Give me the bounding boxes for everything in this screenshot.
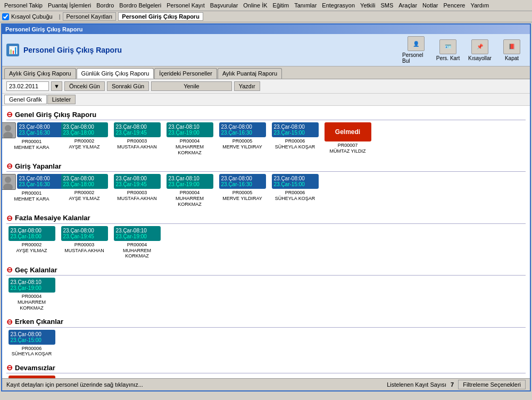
list-item: 23.Çar-08:00 23.Çar-18:00 PR00002 AYŞE Y… [59, 174, 110, 207]
person-card-block[interactable]: 23.Çar-08:00 23.Çar-19:45 [61, 226, 108, 241]
card-person-name: PR00001 MEHMET KARA [14, 139, 49, 151]
menu-basvurular[interactable]: Başvurular [208, 1, 240, 10]
person-card-block[interactable]: 23.Çar-08:00 23.Çar-18:00 [61, 122, 108, 137]
person-card-block[interactable]: 23.Çar-08:10 23.Çar-19:00 [114, 226, 161, 241]
menu-notlar[interactable]: Notlar [420, 1, 440, 10]
menu-bordro[interactable]: Bordro [94, 1, 116, 10]
tab-aylik-puantaj[interactable]: Aylık Puantaj Raporu [218, 68, 282, 79]
person-card-block[interactable]: 23.Çar-08:00 23.Çar-16:30 [219, 122, 266, 137]
calendar-button[interactable]: ▼ [51, 81, 62, 91]
prev-day-button[interactable]: Önceki Gün [64, 81, 105, 91]
menu-personel-kayit[interactable]: Personel Kayıt [164, 1, 207, 10]
svg-point-0 [5, 125, 11, 131]
card-person-name: PR00004 MUHARREM KORKMAZ [164, 138, 215, 155]
kisayollar-button[interactable]: 📌 Kısayollar [466, 39, 494, 61]
menu-sms[interactable]: SMS [378, 1, 395, 10]
report-icon: 📊 [6, 44, 19, 56]
window-content: 📊 Personel Giriş Çıkış Raporu 👤 Personel… [2, 34, 530, 390]
card-time-top: 23.Çar-08:10 [116, 228, 159, 234]
card-time-top: 23.Çar-08:00 [19, 176, 62, 181]
minus-icon-fazla[interactable]: ⊖ [6, 214, 13, 222]
scroll-content[interactable]: ⊖ Genel Giriş Çıkış Raporu 23.Çar-08:00 … [2, 106, 530, 378]
person-card-block[interactable]: 23.Çar-08:10 23.Çar-19:00 [9, 278, 55, 293]
yazdir-button[interactable]: Yazdır [234, 81, 260, 91]
card-person-name: PR00005 MERVE YILDIRAY [222, 138, 262, 150]
menu-araclar[interactable]: Araçlar [396, 1, 419, 10]
menu-yardim[interactable]: Yardım [468, 1, 491, 10]
person-card-block[interactable]: 23.Çar-08:00 23.Çar-16:30 [219, 174, 266, 189]
section-giris-label: Giriş Yapanlar [15, 162, 61, 170]
minus-icon-giris[interactable]: ⊖ [6, 162, 13, 170]
menu-personel-takip[interactable]: Personel Takip [2, 1, 45, 10]
person-card-block[interactable]: 23.Çar-08:00 23.Çar-16:30 [17, 122, 64, 137]
minus-icon-devamsiz[interactable]: ⊖ [6, 363, 13, 372]
main-window: Personel Giriş Çıkış Raporu 📊 Personel G… [1, 23, 531, 391]
date-input[interactable] [6, 81, 49, 91]
menu-entegrasyon[interactable]: Entegrasyon [320, 1, 357, 10]
card-time-bot: 23.Çar-18:00 [11, 234, 53, 239]
personel-bul-button[interactable]: 👤 Personel Bul [402, 36, 430, 64]
card-time-bot: 23.Çar-19:00 [116, 234, 159, 239]
kisayol-checkbox[interactable] [2, 13, 9, 20]
pers-kart-button[interactable]: 🪪 Pers. Kart [434, 39, 462, 61]
tab-gunluk-giris-cikis[interactable]: Günlük Giriş Çıkış Raporu [77, 68, 154, 79]
tab-personel-giris-cikis[interactable]: Personel Giriş Çıkış Raporu [118, 12, 203, 21]
card-time-top: 23.Çar-08:00 [274, 124, 317, 130]
person-card-block[interactable]: 23.Çar-08:00 23.Çar-18:00 [61, 174, 108, 189]
card-time-top: 23.Çar-08:00 [274, 176, 317, 181]
card-person-name: PR00006 SÜHEYLA KOŞAR [275, 190, 315, 202]
section-fazla-title: ⊖ Fazla Mesaiye Kalanlar [6, 214, 526, 224]
tab-aylik-giris-cikis[interactable]: Aylık Giriş Çıkış Raporu [4, 68, 76, 79]
person-card-block[interactable]: 23.Çar-08:00 23.Çar-15:00 [272, 174, 319, 189]
menu-puantaj[interactable]: Puantaj İşlemleri [46, 1, 93, 10]
card-time-bot: 23.Çar-19:45 [116, 130, 159, 136]
card-time-top: 23.Çar-08:00 [116, 124, 159, 130]
next-day-button[interactable]: Sonraki Gün [107, 81, 149, 91]
card-time-bot: 23.Çar-18:00 [63, 130, 106, 136]
person-card-block[interactable]: 23.Çar-08:10 23.Çar-19:00 [167, 122, 213, 137]
minus-icon-gec[interactable]: ⊖ [6, 265, 13, 274]
card-person-name: PR00007 MÜMTAZ YILDIZ [329, 143, 365, 154]
menu-egitim[interactable]: Eğitim [271, 1, 292, 10]
card-with-avatar: 23.Çar-08:00 23.Çar-16:30 [2, 174, 64, 190]
tab-listeler[interactable]: Listeler [47, 95, 76, 104]
card-person-name: PR00002 AYŞE YILMAZ [69, 138, 99, 150]
person-card-block[interactable]: 23.Çar-08:00 23.Çar-19:45 [114, 122, 161, 137]
menu-tanimlar[interactable]: Tanımlar [292, 1, 319, 10]
kapat-button[interactable]: 📕 Kapat [498, 39, 526, 61]
person-card-block[interactable]: 23.Çar-08:00 23.Çar-15:00 [9, 330, 55, 345]
card-person-name: PR00003 MUSTAFA AKHAN [117, 138, 156, 150]
section-genel-label: Genel Giriş Çıkış Raporu [15, 111, 96, 119]
person-card-gelmedi[interactable]: Gelmedi [325, 122, 371, 141]
person-card-block[interactable]: 23.Çar-08:00 23.Çar-18:00 [9, 226, 55, 241]
list-item: 23.Çar-08:00 23.Çar-16:30 PR00001 MEHMET… [6, 122, 57, 155]
controls-row: ▼ Önceki Gün Sonraki Gün Yenile Yazdır [2, 79, 530, 94]
tab-genel-grafik[interactable]: Genel Grafik [4, 95, 47, 104]
menu-bordro-belgeleri[interactable]: Bordro Belgeleri [117, 1, 163, 10]
menu-yetkili[interactable]: Yetkili [358, 1, 377, 10]
personel-bul-icon: 👤 [408, 36, 425, 51]
yenile-button[interactable]: Yenile [151, 81, 232, 91]
menu-online-ik[interactable]: Online İK [241, 1, 269, 10]
person-card-block[interactable]: 23.Çar-08:00 23.Çar-16:30 [17, 174, 64, 189]
person-card-block[interactable]: 23.Çar-08:10 23.Çar-19:00 [167, 174, 213, 189]
menu-pencere[interactable]: Pencere [441, 1, 467, 10]
count-label: Listelenen Kayıt Sayısı [387, 381, 446, 388]
section-gec: ⊖ Geç Kalanlar 23.Çar-08:10 23.Çar-19:00… [6, 265, 526, 311]
tab-icerideki-personeller[interactable]: İçerideki Personeller [154, 68, 217, 79]
toolbar: Kısayol Çubuğu | Personel Kayıtları Pers… [0, 11, 532, 22]
person-card-block[interactable]: 23.Çar-08:00 23.Çar-15:00 [272, 122, 319, 137]
minus-icon-erken[interactable]: ⊖ [6, 318, 13, 326]
status-right: Listelenen Kayıt Sayısı 7 Filtreleme Seç… [387, 380, 526, 389]
pers-kart-label: Pers. Kart [436, 55, 460, 61]
tab-personel-kayitlari[interactable]: Personel Kayıtları [63, 12, 117, 21]
card-time-top: 23.Çar-08:00 [116, 176, 159, 181]
list-item: 23.Çar-08:10 23.Çar-19:00 PR00004 MUHARR… [164, 122, 215, 155]
avatar [2, 122, 16, 138]
filter-button[interactable]: Filtreleme Seçenekleri [458, 380, 526, 389]
card-time-bot: 23.Çar-19:00 [169, 181, 211, 187]
info-text: Kayıt detayları için personel üzerinde s… [6, 381, 143, 388]
card-time-top: 23.Çar-08:00 [11, 331, 53, 337]
person-card-block[interactable]: 23.Çar-08:00 23.Çar-19:45 [114, 174, 161, 189]
minus-icon-genel[interactable]: ⊖ [6, 110, 13, 119]
